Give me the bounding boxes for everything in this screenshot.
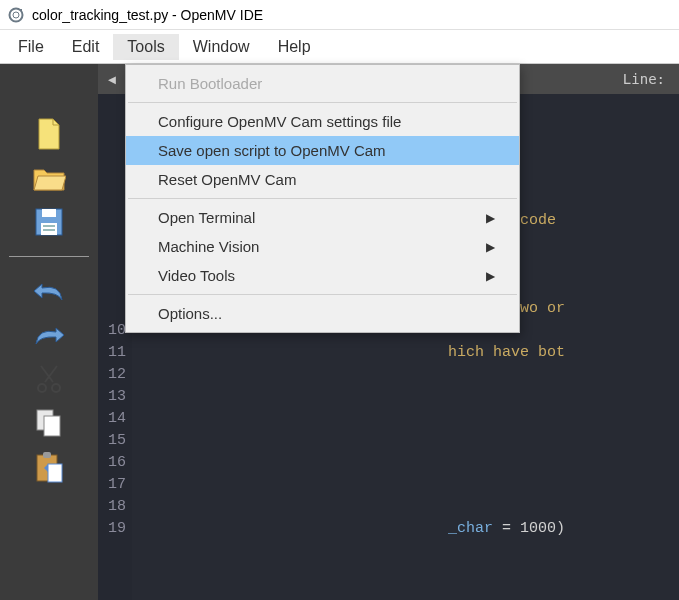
new-file-button[interactable] — [25, 114, 73, 154]
menu-bar: File Edit Tools Window Help — [0, 30, 679, 64]
submenu-arrow-icon: ▶ — [486, 240, 495, 254]
svg-rect-6 — [43, 225, 55, 227]
menu-configure-cam[interactable]: Configure OpenMV Cam settings file — [126, 107, 519, 136]
undo-button[interactable] — [25, 271, 73, 311]
redo-button[interactable] — [25, 315, 73, 355]
save-file-button[interactable] — [25, 202, 73, 242]
paste-button[interactable] — [25, 447, 73, 487]
menu-reset-cam[interactable]: Reset OpenMV Cam — [126, 165, 519, 194]
toolbar-separator — [9, 256, 89, 257]
menu-file[interactable]: File — [4, 34, 58, 60]
dropdown-separator — [128, 102, 517, 103]
line-status: Line: — [623, 71, 673, 87]
svg-rect-11 — [44, 416, 60, 436]
menu-tools[interactable]: Tools — [113, 34, 178, 60]
menu-open-terminal[interactable]: Open Terminal▶ — [126, 203, 519, 232]
cut-button[interactable] — [25, 359, 73, 399]
menu-options[interactable]: Options... — [126, 299, 519, 328]
submenu-arrow-icon: ▶ — [486, 211, 495, 225]
menu-save-script-to-cam[interactable]: Save open script to OpenMV Cam — [126, 136, 519, 165]
tab-prev-icon[interactable]: ◄ — [104, 72, 120, 87]
menu-help[interactable]: Help — [264, 34, 325, 60]
copy-button[interactable] — [25, 403, 73, 443]
dropdown-separator — [128, 198, 517, 199]
svg-rect-13 — [43, 452, 51, 458]
menu-edit[interactable]: Edit — [58, 34, 114, 60]
open-file-button[interactable] — [25, 158, 73, 198]
svg-point-1 — [13, 12, 19, 18]
tools-dropdown: Run Bootloader Configure OpenMV Cam sett… — [125, 64, 520, 333]
app-icon — [8, 7, 24, 23]
left-toolbar — [0, 64, 98, 600]
dropdown-separator — [128, 294, 517, 295]
menu-video-tools[interactable]: Video Tools▶ — [126, 261, 519, 290]
submenu-arrow-icon: ▶ — [486, 269, 495, 283]
svg-point-9 — [52, 384, 60, 392]
title-bar: color_tracking_test.py - OpenMV IDE — [0, 0, 679, 30]
svg-rect-7 — [43, 229, 55, 231]
menu-machine-vision[interactable]: Machine Vision▶ — [126, 232, 519, 261]
svg-point-8 — [38, 384, 46, 392]
menu-window[interactable]: Window — [179, 34, 264, 60]
svg-rect-2 — [20, 9, 22, 11]
svg-rect-4 — [42, 209, 56, 217]
menu-run-bootloader: Run Bootloader — [126, 69, 519, 98]
window-title: color_tracking_test.py - OpenMV IDE — [32, 7, 263, 23]
svg-rect-14 — [48, 464, 62, 482]
